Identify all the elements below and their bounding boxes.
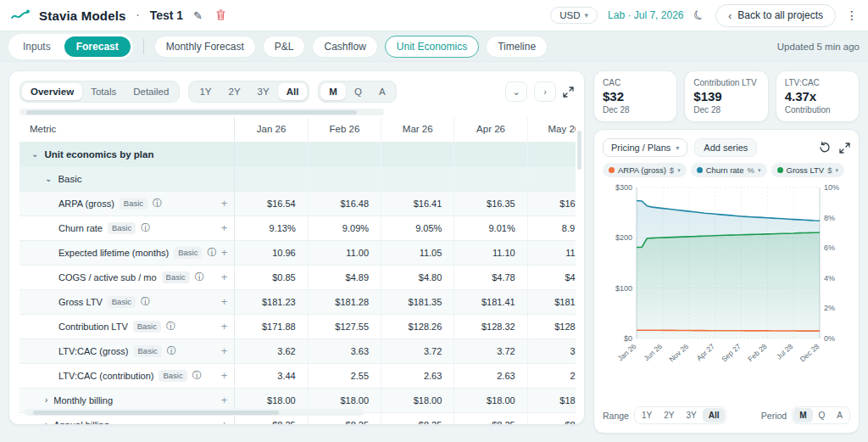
info-icon[interactable]: ⓘ [153, 198, 162, 210]
value-cell: 9.01% [454, 215, 527, 240]
expand-table-icon[interactable] [563, 87, 574, 98]
table-scroll-area[interactable]: MetricJan 26Feb 26Mar 26Apr 26May 26 ⌄Un… [19, 117, 576, 425]
table-period-m[interactable]: M [320, 83, 346, 100]
info-icon[interactable]: ⓘ [195, 271, 204, 283]
metric-cell[interactable]: ⌄Unit economics by plan [19, 143, 234, 166]
table-range-segment: 1Y2Y3YAll [188, 81, 309, 103]
series-name: ARPA (gross) [618, 165, 666, 175]
scroll-right-button[interactable]: › [534, 81, 556, 102]
chart-card: Pricing / Plans ▾ Add series ARPA (gross… [593, 129, 860, 434]
value-cell: $16.41 [381, 191, 454, 215]
chevron-down-icon: ▾ [677, 167, 681, 174]
value-cell: $4.80 [381, 265, 454, 289]
add-series-button[interactable]: Add series [694, 138, 757, 157]
view-mode-totals[interactable]: Totals [82, 83, 125, 100]
table-row: ARPA (gross)Basicⓘ+$16.54$16.48$16.41$16… [19, 191, 576, 215]
table-range-1y[interactable]: 1Y [191, 83, 220, 100]
metric-cell: Gross LTVBasicⓘ+ [19, 290, 234, 314]
chart-period-a[interactable]: A [831, 408, 849, 422]
add-metric-button[interactable]: + [221, 271, 228, 283]
subtab-unit-economics[interactable]: Unit Economics [385, 36, 479, 58]
chevron-right-icon[interactable]: › [45, 421, 47, 426]
series-chip-churn-rate[interactable]: Churn rate%▾ [691, 163, 767, 177]
column-header: Jan 26 [235, 117, 308, 142]
dark-mode-icon[interactable]: ☾ [691, 6, 708, 25]
info-icon[interactable]: ⓘ [167, 345, 176, 357]
series-chip-gross-ltv[interactable]: Gross LTV$▾ [771, 163, 845, 177]
reset-chart-icon[interactable] [819, 142, 831, 154]
main-area: OverviewTotalsDetailed 1Y2Y3YAll MQA ⌄ ›… [0, 62, 868, 442]
add-metric-button[interactable]: + [221, 370, 228, 381]
value-cell: 2.64 [527, 363, 576, 388]
add-metric-button[interactable]: + [221, 321, 228, 332]
more-menu-icon[interactable]: ⋮ [846, 8, 858, 22]
info-icon[interactable]: ⓘ [141, 222, 150, 234]
edit-project-icon[interactable]: ✎ [190, 8, 206, 23]
currency-select[interactable]: USD ▾ [550, 7, 598, 24]
svg-text:Jul 28: Jul 28 [775, 342, 795, 361]
chevron-down-icon[interactable]: ⌄ [31, 150, 38, 159]
collapse-all-button[interactable]: ⌄ [505, 81, 527, 102]
chart-period-m[interactable]: M [793, 408, 812, 422]
subtab-p-l[interactable]: P&L [263, 36, 306, 58]
tab-inputs[interactable]: Inputs [11, 36, 63, 57]
add-metric-button[interactable]: + [221, 345, 228, 356]
value-cell [308, 142, 381, 166]
view-mode-overview[interactable]: Overview [22, 83, 82, 100]
add-metric-button[interactable]: + [221, 247, 228, 258]
project-name: Test 1 [150, 8, 183, 22]
chevron-down-icon[interactable]: ⌄ [45, 175, 52, 183]
value-cell: $0.85 [235, 265, 308, 289]
series-chip-arpa-gross-[interactable]: ARPA (gross)$▾ [603, 163, 687, 177]
subtab-cashflow[interactable]: Cashflow [312, 36, 377, 58]
delete-project-icon[interactable] [213, 8, 229, 24]
value-cell: 8.97% [527, 215, 576, 240]
chart-range-1y[interactable]: 1Y [636, 408, 658, 422]
add-metric-button[interactable]: + [221, 419, 228, 425]
table-period-a[interactable]: A [370, 83, 394, 100]
metric-cell[interactable]: ⌄Basic [19, 167, 234, 191]
subtab-monthly-forecast[interactable]: Monthly Forecast [154, 36, 256, 58]
kpi-sub: Contribution [785, 105, 850, 115]
back-to-projects-button[interactable]: ‹ Back to all projects [715, 4, 836, 27]
table-range-all[interactable]: All [278, 83, 308, 100]
chevron-right-icon[interactable]: › [45, 396, 47, 405]
dataset-select[interactable]: Pricing / Plans ▾ [603, 138, 687, 157]
info-icon[interactable]: ⓘ [207, 247, 216, 259]
table-range-3y[interactable]: 3Y [249, 83, 278, 100]
metric-label-cell: LTV:CAC (contribution)Basicⓘ+ [19, 363, 235, 388]
view-mode-detailed[interactable]: Detailed [125, 83, 177, 100]
kpi-row: CAC$32Dec 28Contribution LTV$139Dec 28LT… [593, 70, 860, 122]
forecast-subtabs: Monthly ForecastP&LCashflowUnit Economic… [154, 36, 548, 58]
expand-chart-icon[interactable] [839, 143, 850, 154]
chevron-down-icon: ▾ [585, 11, 589, 20]
tab-forecast[interactable]: Forecast [64, 36, 131, 57]
info-icon[interactable]: ⓘ [141, 296, 150, 308]
vertical-scrollbar[interactable] [577, 131, 581, 170]
chart-range-3y[interactable]: 3Y [680, 408, 702, 422]
unit-economics-table-card: OverviewTotalsDetailed 1Y2Y3YAll MQA ⌄ ›… [8, 70, 585, 425]
metric-cell: Expected lifetime (months)Basicⓘ+ [19, 241, 234, 265]
table-range-2y[interactable]: 2Y [220, 83, 248, 100]
value-cell: $4.77 [527, 265, 576, 289]
subtab-timeline[interactable]: Timeline [486, 36, 548, 58]
value-cell: 3.73 [527, 338, 576, 363]
horizontal-scrollbar-top[interactable] [19, 109, 384, 115]
svg-text:Nov 26: Nov 26 [667, 342, 690, 364]
value-cell: $128.26 [381, 314, 454, 338]
info-icon[interactable]: ⓘ [166, 321, 175, 333]
info-icon[interactable]: ⓘ [192, 370, 202, 382]
add-metric-button[interactable]: + [221, 394, 228, 406]
add-metric-button[interactable]: + [221, 296, 228, 307]
metric-label: Churn rate [58, 223, 103, 233]
value-cell: $128.39 [527, 314, 576, 338]
metric-label: Expected lifetime (months) [58, 248, 169, 258]
chart-period-q[interactable]: Q [813, 408, 832, 422]
chart-range-all[interactable]: All [703, 408, 726, 422]
table-period-q[interactable]: Q [346, 83, 370, 100]
add-metric-button[interactable]: + [221, 198, 228, 209]
chart-range-2y[interactable]: 2Y [658, 408, 680, 422]
add-metric-button[interactable]: + [221, 222, 228, 233]
value-cell [235, 142, 308, 166]
horizontal-scrollbar-bottom[interactable] [25, 409, 364, 416]
